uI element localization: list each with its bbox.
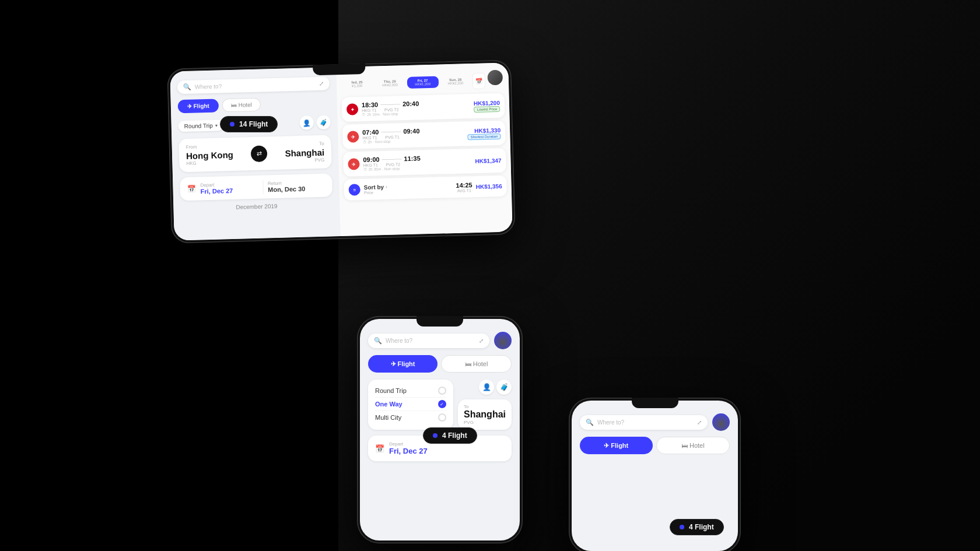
calendar-icon: 📅 — [187, 185, 195, 193]
date-row[interactable]: 📅 Depart Fri, Dec 27 Return Mon, Dec 30 — [180, 173, 332, 201]
badge-4-flight-right-label: 4 Flight — [689, 523, 714, 531]
tab-row: ✈ Flight 🛏 Hotel — [178, 96, 331, 113]
trip-type-badge[interactable]: Round Trip ▾ — [178, 120, 223, 132]
swap-button[interactable]: ⇄ — [251, 145, 268, 162]
depart-value: Fri, Dec 27 — [201, 186, 258, 195]
to-label: To — [285, 141, 324, 148]
calendar-chip[interactable]: 📅 — [473, 72, 486, 89]
secondary-search-bar[interactable]: 🔍 Where to? ⤢ — [368, 334, 489, 348]
flight-3-price: HK$1,347 — [475, 157, 501, 164]
sort-time: 14:25 — [456, 181, 472, 189]
date-chip-4[interactable]: Sun, 28 HK¥2,200 — [439, 75, 471, 87]
trip-options-box: Round Trip One Way ✓ Multi City — [368, 380, 453, 430]
secondary-search-input: Where to? — [386, 338, 475, 344]
trip-option-roundtrip[interactable]: Round Trip — [375, 384, 446, 398]
sort-price: HK$1,356 — [475, 183, 502, 189]
badge-4-flight-main-label: 4 Flight — [442, 431, 467, 440]
flight-2-depart: 07:40 — [362, 128, 379, 136]
sort-label: Sort by — [363, 184, 384, 191]
trip-option-multicity[interactable]: Multi City — [375, 411, 446, 424]
flight-1-price: HK$1,200 — [474, 99, 500, 106]
lowest-price-badge: Lowest Price — [474, 106, 500, 112]
flight-1-info: 18:30 ────── 20:40 HKG T1 PVG T2 ⏱ 2h 10… — [362, 99, 471, 117]
secondary-to-box: To Shanghai PVG — [458, 399, 512, 430]
tertiary-tab-hotel[interactable]: 🛏 Hotel — [656, 437, 730, 454]
secondary-expand-icon: ⤢ — [479, 338, 484, 344]
trip-option-oneway[interactable]: One Way ✓ — [375, 398, 446, 411]
badge-4-flight-right: 4 Flight — [670, 519, 724, 535]
passenger-icons: 👤 🧳 — [299, 115, 331, 129]
flight-2-price-col: HK$1,330 Shortest Duration — [467, 127, 501, 139]
secondary-passengers: 👤 🧳 — [458, 380, 512, 395]
tertiary-tab-row: ✈ Flight 🛏 Hotel — [580, 437, 730, 454]
secondary-hotel-label: 🛏 Hotel — [465, 360, 488, 367]
to-city: Shanghai — [285, 148, 324, 159]
flight-2-info: 07:40 ────── 09:40 HKG T1 PVG T1 ⏱ 2h · … — [362, 126, 464, 144]
flight-card-2[interactable]: ✈ 07:40 ────── 09:40 HKG T1 PVG T1 ⏱ 2h … — [342, 121, 506, 149]
secondary-person-icon[interactable]: 👤 — [479, 380, 494, 395]
left-panel: 🔍 Where to? ⤢ ✈ Flight 🛏 Hotel Round Tri… — [170, 67, 340, 240]
person-icon[interactable]: 👤 — [299, 115, 314, 130]
flight-2-price: HK$1,330 — [467, 127, 501, 134]
flight-1-arrow: ────── — [380, 101, 400, 107]
tertiary-expand-icon: ⤢ — [697, 419, 702, 426]
secondary-luggage-icon[interactable]: 🧳 — [496, 380, 512, 395]
date-strip: fed, 25 ¥1,200 Thu, 26 HK¥2,000 Fri, 27 … — [341, 72, 505, 93]
tertiary-flight-label: ✈ Flight — [604, 442, 628, 450]
to-section: To Shanghai PVG — [285, 141, 324, 164]
date-chip-2[interactable]: Thu, 26 HK¥2,000 — [374, 77, 406, 89]
tab-flight[interactable]: ✈ Flight — [178, 99, 219, 113]
expand-icon: ⤢ — [319, 80, 324, 87]
roundtrip-label: Round Trip — [375, 387, 407, 394]
secondary-tab-flight[interactable]: ✈ Flight — [368, 355, 438, 373]
badge-dot — [230, 122, 235, 127]
tertiary-search-bar[interactable]: 🔍 Where to? ⤢ — [580, 415, 708, 430]
tertiary-search-row: 🔍 Where to? ⤢ — [580, 413, 730, 431]
phone-main: 🔍 Where to? ⤢ ✈ Flight 🛏 Hotel Round Tri… — [167, 59, 516, 243]
airline-mu-logo-1: ✈ — [347, 131, 359, 143]
flight-3-info: 09:00 ────── 11:35 HKG T1 PVG T2 ⏱ 2h 35… — [363, 153, 472, 171]
month-label: December 2019 — [180, 201, 332, 212]
badge-dot-2 — [433, 433, 438, 438]
secondary-tab-hotel[interactable]: 🛏 Hotel — [441, 355, 512, 373]
sort-row[interactable]: ≡ Sort by › Price 14:25 AVG T1 HK$1,356 — [344, 176, 507, 201]
secondary-search-row: 🔍 Where to? ⤢ — [368, 332, 512, 349]
flight-card-3[interactable]: ✈ 09:00 ────── 11:35 HKG T1 PVG T2 ⏱ 2h … — [343, 148, 506, 177]
notch-tertiary — [632, 398, 678, 408]
flight-3-arrive: 11:35 — [404, 155, 420, 162]
secondary-calendar-icon: 📅 — [375, 444, 384, 453]
secondary-tab-row: ✈ Flight 🛏 Hotel — [368, 355, 512, 373]
date-chip-active[interactable]: Fri, 27 HK¥1,200 — [407, 76, 439, 89]
flight-1-depart: 18:30 — [362, 101, 378, 108]
notch-secondary — [416, 316, 463, 327]
flight-card-1[interactable]: ✦ 18:30 ────── 20:40 HKG T1 PVG T2 ⏱ 2h … — [342, 93, 505, 122]
sort-chevron-icon: › — [386, 184, 387, 189]
radio-multicity — [438, 413, 446, 422]
multicity-label: Multi City — [375, 414, 401, 421]
trip-type-label: Round Trip — [184, 122, 213, 129]
radio-roundtrip — [438, 387, 446, 395]
tertiary-search-icon: 🔍 — [586, 419, 594, 426]
date-chip-1[interactable]: fed, 25 ¥1,200 — [341, 78, 373, 90]
tertiary-tab-flight[interactable]: ✈ Flight — [580, 437, 653, 454]
flight-2-arrive: 09:40 — [403, 127, 419, 135]
secondary-search-icon: 🔍 — [374, 337, 382, 345]
flight-1-arrive: 20:40 — [402, 100, 419, 107]
tertiary-search-input: Where to? — [597, 419, 694, 426]
secondary-avatar — [494, 332, 512, 349]
secondary-depart-value: Fri, Dec 27 — [389, 447, 428, 455]
flight-tab-label: ✈ Flight — [187, 103, 209, 110]
secondary-to-code: PVG — [464, 420, 506, 425]
luggage-icon[interactable]: 🧳 — [316, 115, 331, 129]
tab-hotel[interactable]: 🛏 Hotel — [222, 98, 261, 113]
right-panel: fed, 25 ¥1,200 Thu, 26 HK¥2,000 Fri, 27 … — [336, 62, 512, 236]
secondary-to-label: To — [464, 404, 506, 409]
sort-icon: ≡ — [348, 184, 360, 196]
secondary-to-city: Shanghai — [464, 409, 506, 420]
flight-3-depart: 09:00 — [363, 156, 379, 163]
flight-3-price-col: HK$1,347 — [475, 157, 501, 164]
radio-oneway: ✓ — [438, 400, 446, 408]
search-bar[interactable]: 🔍 Where to? ⤢ — [177, 76, 330, 94]
oneway-label: One Way — [375, 401, 402, 408]
shortest-duration-badge: Shortest Duration — [468, 133, 501, 139]
